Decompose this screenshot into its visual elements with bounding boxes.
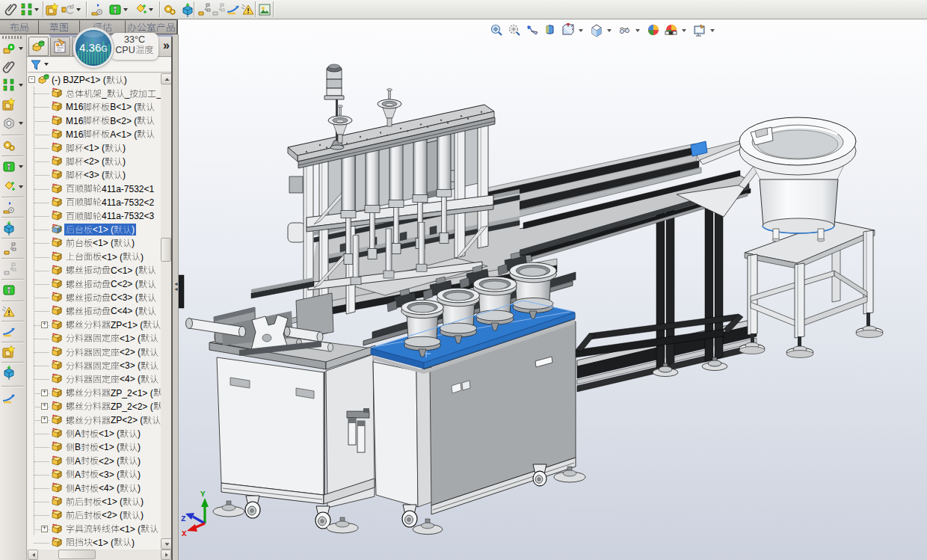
svg-text:Y: Y (200, 490, 206, 499)
svg-text:Z: Z (181, 514, 186, 523)
svg-text:X: X (182, 529, 187, 538)
